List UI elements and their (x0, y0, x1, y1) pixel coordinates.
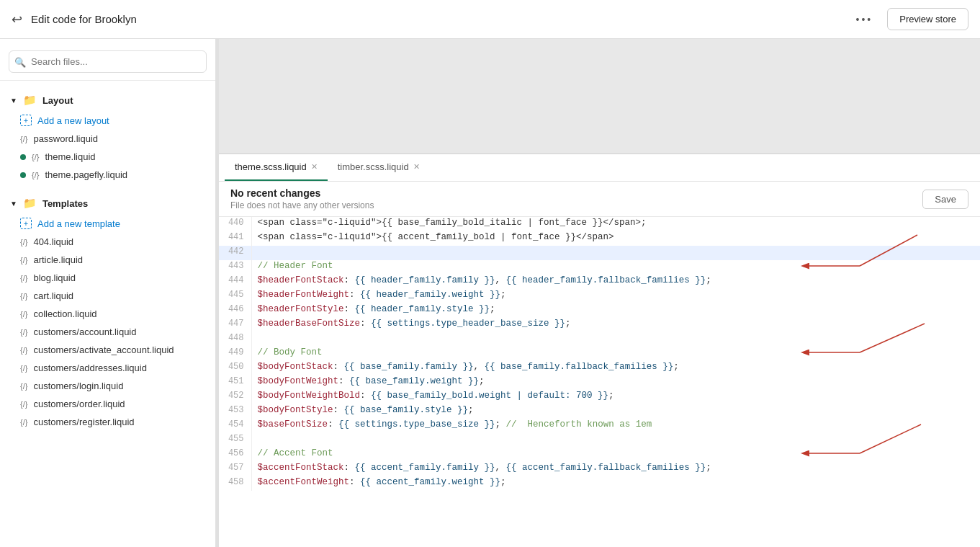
sidebar-item-customers-activate-liquid[interactable]: {/} customers/activate_account.liquid (0, 341, 215, 359)
templates-section-header[interactable]: ▼ 📁 Templates (0, 192, 215, 214)
sidebar-item-theme-liquid[interactable]: {/} theme.liquid (0, 148, 215, 166)
line-number: 456 (219, 448, 251, 462)
page-title: Edit code for Brooklyn (31, 13, 842, 25)
line-code[interactable]: // Header Font (251, 260, 980, 275)
sidebar-item-blog-liquid[interactable]: {/} blog.liquid (0, 269, 215, 287)
line-number: 443 (219, 260, 251, 275)
main-layout: 🔍 ▼ 📁 Layout + Add a new layout {/} pass… (0, 39, 980, 547)
file-name: customers/register.liquid (33, 417, 134, 427)
line-code[interactable]: <span class="c-liquid">{{ accent_family_… (251, 231, 980, 246)
table-row: 445$headerFontWeight: {{ header_family.w… (219, 289, 980, 303)
line-code[interactable] (251, 332, 980, 347)
search-box: 🔍 (0, 43, 215, 81)
line-number: 445 (219, 289, 251, 303)
tab-theme-scss-liquid[interactable]: theme.scss.liquid ✕ (225, 154, 328, 181)
liquid-icon: {/} (20, 292, 27, 301)
preview-area (219, 39, 980, 154)
liquid-icon: {/} (20, 256, 27, 264)
search-input[interactable] (9, 50, 207, 73)
preview-store-button[interactable]: Preview store (887, 8, 968, 30)
status-info: No recent changes File does not have any… (230, 187, 374, 210)
line-code[interactable]: $baseFontSize: {{ settings.type_base_siz… (251, 419, 980, 433)
search-icon: 🔍 (14, 56, 26, 67)
sidebar-item-customers-login-liquid[interactable]: {/} customers/login.liquid (0, 377, 215, 395)
sidebar-item-customers-order-liquid[interactable]: {/} customers/order.liquid (0, 395, 215, 413)
sidebar-item-password-liquid[interactable]: {/} password.liquid (0, 130, 215, 148)
line-code[interactable]: <span class="c-liquid">{{ base_family_bo… (251, 217, 980, 231)
line-number: 449 (219, 347, 251, 361)
liquid-icon: {/} (20, 418, 27, 427)
tab-label: theme.scss.liquid (235, 161, 307, 172)
tabs-bar: theme.scss.liquid ✕ timber.scss.liquid ✕ (219, 154, 980, 182)
table-row: 441<span class="c-liquid">{{ accent_fami… (219, 231, 980, 246)
sidebar-item-404-liquid[interactable]: {/} 404.liquid (0, 233, 215, 251)
sidebar-item-collection-liquid[interactable]: {/} collection.liquid (0, 305, 215, 323)
file-name: article.liquid (33, 254, 83, 265)
file-name: customers/activate_account.liquid (33, 344, 174, 355)
layout-section: ▼ 📁 Layout + Add a new layout {/} passwo… (0, 85, 215, 188)
line-number: 442 (219, 246, 251, 260)
add-layout-button[interactable]: + Add a new layout (0, 111, 215, 130)
file-name: collection.liquid (33, 308, 96, 319)
add-template-button[interactable]: + Add a new template (0, 214, 215, 233)
line-number: 446 (219, 303, 251, 318)
layout-section-header[interactable]: ▼ 📁 Layout (0, 89, 215, 111)
line-number: 455 (219, 433, 251, 448)
liquid-icon: {/} (20, 135, 27, 143)
table-row: 450$bodyFontStack: {{ base_family.family… (219, 361, 980, 375)
line-number: 450 (219, 361, 251, 375)
table-row: 440<span class="c-liquid">{{ base_family… (219, 217, 980, 231)
sidebar-item-customers-account-liquid[interactable]: {/} customers/account.liquid (0, 323, 215, 341)
tab-timber-scss-liquid[interactable]: timber.scss.liquid ✕ (328, 154, 430, 181)
liquid-icon: {/} (32, 171, 39, 179)
sidebar-item-customers-addresses-liquid[interactable]: {/} customers/addresses.liquid (0, 359, 215, 377)
line-code[interactable] (251, 433, 980, 448)
line-code[interactable]: $bodyFontWeight: {{ base_family.weight }… (251, 375, 980, 390)
sidebar-item-customers-register-liquid[interactable]: {/} customers/register.liquid (0, 413, 215, 431)
liquid-icon: {/} (20, 238, 27, 246)
line-code[interactable]: $headerFontWeight: {{ header_family.weig… (251, 289, 980, 303)
status-bar: No recent changes File does not have any… (219, 182, 980, 217)
code-editor[interactable]: 440<span class="c-liquid">{{ base_family… (219, 217, 980, 547)
sidebar-item-theme-pagefly-liquid[interactable]: {/} theme.pagefly.liquid (0, 166, 215, 184)
sidebar-item-article-liquid[interactable]: {/} article.liquid (0, 251, 215, 269)
line-number: 452 (219, 390, 251, 404)
editor-area: No recent changes File does not have any… (219, 182, 980, 547)
plus-dashed-icon: + (20, 115, 32, 126)
more-options-icon[interactable]: ••• (850, 11, 879, 28)
line-code[interactable]: $bodyFontStack: {{ base_family.family }}… (251, 361, 980, 375)
line-code[interactable]: $headerBaseFontSize: {{ settings.type_he… (251, 318, 980, 332)
back-icon[interactable]: ↩ (12, 12, 22, 27)
line-code[interactable]: // Accent Font (251, 448, 980, 462)
layout-section-label: Layout (42, 95, 73, 106)
folder-icon: 📁 (23, 94, 37, 107)
line-code[interactable] (251, 246, 980, 260)
table-row: 458$accentFontWeight: {{ accent_family.w… (219, 476, 980, 491)
close-tab-icon[interactable]: ✕ (311, 162, 318, 172)
line-code[interactable]: $bodyFontWeightBold: {{ base_family_bold… (251, 390, 980, 404)
table-row: 455 (219, 433, 980, 448)
table-row: 444$headerFontStack: {{ header_family.fa… (219, 275, 980, 289)
close-tab-icon[interactable]: ✕ (413, 162, 420, 172)
liquid-icon: {/} (20, 274, 27, 283)
line-number: 447 (219, 318, 251, 332)
file-name: 404.liquid (33, 236, 73, 247)
file-name: customers/order.liquid (33, 399, 125, 409)
line-code[interactable]: $accentFontStack: {{ accent_family.famil… (251, 462, 980, 476)
line-code[interactable]: // Body Font (251, 347, 980, 361)
file-name: theme.pagefly.liquid (45, 169, 127, 180)
table-row: 456// Accent Font (219, 448, 980, 462)
line-number: 440 (219, 217, 251, 231)
line-code[interactable]: $accentFontWeight: {{ accent_family.weig… (251, 476, 980, 491)
line-number: 457 (219, 462, 251, 476)
line-code[interactable]: $headerFontStack: {{ header_family.famil… (251, 275, 980, 289)
line-number: 454 (219, 419, 251, 433)
file-name: blog.liquid (33, 272, 76, 283)
line-code[interactable]: $bodyFontStyle: {{ base_family.style }}; (251, 404, 980, 419)
line-code[interactable]: $headerFontStyle: {{ header_family.style… (251, 303, 980, 318)
templates-section-label: Templates (42, 198, 88, 209)
sidebar-item-cart-liquid[interactable]: {/} cart.liquid (0, 287, 215, 305)
add-layout-label: Add a new layout (37, 115, 109, 126)
save-button[interactable]: Save (922, 190, 968, 209)
templates-section: ▼ 📁 Templates + Add a new template {/} 4… (0, 188, 215, 435)
